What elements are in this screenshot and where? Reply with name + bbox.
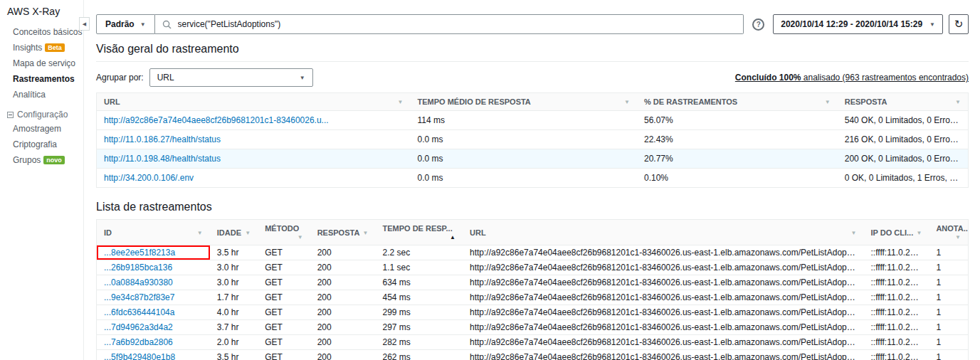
sidebar-section-configuracao[interactable]: Configuração bbox=[7, 110, 80, 120]
column-header-resposta[interactable]: RESPOSTA▼ bbox=[310, 220, 376, 245]
trace-list-header-row: ID▼ IDADE▼ MÉTODO▼ RESPOSTA▼ TEMPO DE RE… bbox=[97, 220, 969, 245]
method-cell: GET bbox=[258, 260, 310, 275]
response-cell: 200 bbox=[310, 320, 376, 335]
column-header-url[interactable]: URL▼ bbox=[97, 93, 411, 111]
time-cell: 262 ms bbox=[376, 350, 463, 360]
url-cell[interactable]: http://11.0.186.27/health/status bbox=[97, 130, 411, 149]
table-row: ...6fdc636444104a4.0 hrGET200299 mshttp:… bbox=[97, 305, 969, 320]
column-header-tempo-medio[interactable]: TEMPO MÉDIO DE RESPOSTA▼ bbox=[411, 93, 638, 111]
column-header-resposta[interactable]: RESPOSTA▼ bbox=[838, 93, 969, 111]
avg-response-cell: 114 ms bbox=[411, 111, 638, 130]
date-range-label: 2020/10/14 12:29 - 2020/10/14 15:29 bbox=[781, 19, 922, 29]
url-cell: http://a92c86e7a74e04aee8cf26b9681201c1-… bbox=[463, 335, 864, 350]
id-cell[interactable]: ...7a6b92dba2806 bbox=[97, 335, 210, 350]
collapse-minus-icon bbox=[7, 112, 14, 118]
response-cell: 200 bbox=[310, 275, 376, 290]
group-by-select[interactable]: URL ▼ bbox=[149, 68, 313, 87]
column-label: TEMPO MÉDIO DE RESPOSTA bbox=[418, 97, 531, 106]
annotations-cell: 1 bbox=[929, 260, 968, 275]
avg-response-cell: 0.0 ms bbox=[411, 169, 638, 188]
url-cell[interactable]: http://34.200.0.106/.env bbox=[97, 169, 411, 188]
sidebar-item-amostragem[interactable]: Amostragem bbox=[7, 121, 80, 137]
sidebar-collapse-button[interactable]: ◀ bbox=[79, 17, 90, 31]
sidebar-item-criptografia[interactable]: Criptografia bbox=[7, 137, 80, 152]
table-row: http://11.0.198.48/health/status0.0 ms20… bbox=[97, 149, 969, 169]
column-label: IP DO CLI... bbox=[871, 228, 914, 237]
id-cell[interactable]: ...0a0884a930380 bbox=[97, 275, 210, 290]
date-range-picker[interactable]: 2020/10/14 12:29 - 2020/10/14 15:29 ▼ bbox=[773, 14, 943, 34]
pct-traces-cell: 0.10% bbox=[637, 169, 838, 188]
trace-list-table: ID▼ IDADE▼ MÉTODO▼ RESPOSTA▼ TEMPO DE RE… bbox=[96, 219, 969, 360]
sidebar-item-label: Mapa de serviço bbox=[13, 58, 75, 68]
id-cell[interactable]: ...9e34c87b2f83e7 bbox=[97, 290, 210, 305]
id-cell[interactable]: ...26b9185bca136 bbox=[97, 260, 210, 275]
url-cell: http://a92c86e7a74e04aee8cf26b9681201c1-… bbox=[463, 275, 864, 290]
sort-ascending-icon: ▲ bbox=[450, 234, 455, 240]
scan-status-progress: Concluído 100% bbox=[735, 73, 801, 83]
method-cell: GET bbox=[258, 305, 310, 320]
collapse-left-icon: ◀ bbox=[83, 21, 86, 27]
sort-icon: ▼ bbox=[297, 234, 303, 240]
avg-response-cell: 0.0 ms bbox=[411, 149, 638, 169]
id-cell[interactable]: ...7d94962a3d4a2 bbox=[97, 320, 210, 335]
sidebar-item-analitica[interactable]: Analítica bbox=[7, 87, 80, 102]
time-cell: 282 ms bbox=[376, 335, 463, 350]
method-cell: GET bbox=[258, 320, 310, 335]
sidebar-item-conceitos-basicos[interactable]: Conceitos básicos bbox=[7, 24, 80, 40]
pct-traces-cell: 56.07% bbox=[637, 111, 838, 130]
time-cell: 1.1 sec bbox=[376, 260, 463, 275]
column-header-url[interactable]: URL▼ bbox=[463, 220, 864, 245]
novo-badge: novo bbox=[43, 156, 65, 165]
response-cell: 200 bbox=[310, 305, 376, 320]
client-ip-cell: ::ffff:11.0.220.11 bbox=[864, 305, 929, 320]
refresh-button[interactable]: ↻ bbox=[949, 14, 969, 34]
search-input[interactable] bbox=[176, 18, 737, 30]
search-icon bbox=[162, 20, 172, 29]
main-content: Padrão ▼ ? 2020/10/14 12:29 - 2020/10/14… bbox=[85, 0, 980, 360]
response-cell: 200 bbox=[310, 290, 376, 305]
scan-status: Concluído 100% analisado (963 rastreamen… bbox=[735, 73, 969, 83]
overview-table: URL▼ TEMPO MÉDIO DE RESPOSTA▼ % DE RASTR… bbox=[96, 92, 969, 188]
table-row: http://11.0.186.27/health/status0.0 ms22… bbox=[97, 130, 969, 149]
filter-group-dropdown[interactable]: Padrão ▼ bbox=[96, 14, 155, 34]
avg-response-cell: 0.0 ms bbox=[411, 130, 638, 149]
column-label: TEMPO DE RESP... bbox=[383, 224, 453, 233]
id-cell[interactable]: ...6fdc636444104a bbox=[97, 305, 210, 320]
id-cell[interactable]: ...8ee2ee51f8213a bbox=[97, 245, 210, 260]
url-cell: http://a92c86e7a74e04aee8cf26b9681201c1-… bbox=[463, 290, 864, 305]
toolbar: Padrão ▼ ? 2020/10/14 12:29 - 2020/10/14… bbox=[96, 14, 969, 34]
column-header-ip-do-cliente[interactable]: IP DO CLI...▼ bbox=[864, 220, 929, 245]
table-row: ...5f9b429480e1b83.5 hrGET200262 mshttp:… bbox=[97, 350, 969, 360]
client-ip-cell: ::ffff:11.0.220.11 bbox=[864, 290, 929, 305]
chevron-down-icon: ▼ bbox=[140, 21, 146, 28]
url-cell[interactable]: http://a92c86e7a74e04aee8cf26b9681201c1-… bbox=[97, 111, 411, 130]
sidebar-item-label: Grupos bbox=[13, 155, 41, 165]
column-header-anotacoes[interactable]: ANOTA...▼ bbox=[929, 220, 968, 245]
filter-group-label: Padrão bbox=[105, 19, 135, 29]
annotations-cell: 1 bbox=[929, 245, 968, 260]
group-by-row: Agrupar por: URL ▼ Concluído 100% analis… bbox=[96, 68, 969, 87]
sort-icon: ▼ bbox=[851, 230, 857, 236]
response-cell: 200 bbox=[310, 335, 376, 350]
column-header-tempo-de-resposta[interactable]: TEMPO DE RESP...▲ bbox=[376, 220, 463, 245]
sidebar-item-grupos[interactable]: Grupos novo bbox=[7, 152, 80, 168]
url-cell: http://a92c86e7a74e04aee8cf26b9681201c1-… bbox=[463, 305, 864, 320]
search-bar[interactable] bbox=[155, 14, 744, 34]
id-cell[interactable]: ...5f9b429480e1b8 bbox=[97, 350, 210, 360]
url-cell[interactable]: http://11.0.198.48/health/status bbox=[97, 149, 411, 169]
help-icon[interactable]: ? bbox=[752, 18, 764, 31]
response-cell: 0 OK, 0 Limitados, 1 Erros, 0 Falhas bbox=[838, 169, 969, 188]
sidebar-item-mapa-de-servico[interactable]: Mapa de serviço bbox=[7, 55, 80, 71]
column-label: RESPOSTA bbox=[317, 228, 360, 237]
sidebar-item-insights[interactable]: Insights Beta bbox=[7, 40, 80, 55]
column-header-pct-rastreamentos[interactable]: % DE RASTREAMENTOS▼ bbox=[637, 93, 838, 111]
age-cell: 3.7 hr bbox=[210, 320, 258, 335]
url-cell: http://a92c86e7a74e04aee8cf26b9681201c1-… bbox=[463, 260, 864, 275]
column-header-metodo[interactable]: MÉTODO▼ bbox=[258, 220, 310, 245]
column-label: MÉTODO bbox=[265, 224, 299, 233]
column-header-idade[interactable]: IDADE▼ bbox=[210, 220, 258, 245]
column-header-id[interactable]: ID▼ bbox=[97, 220, 210, 245]
table-row: http://34.200.0.106/.env0.0 ms0.10%0 OK,… bbox=[97, 169, 969, 188]
sort-icon: ▼ bbox=[955, 99, 961, 105]
sidebar-item-rastreamentos[interactable]: Rastreamentos bbox=[7, 71, 80, 87]
